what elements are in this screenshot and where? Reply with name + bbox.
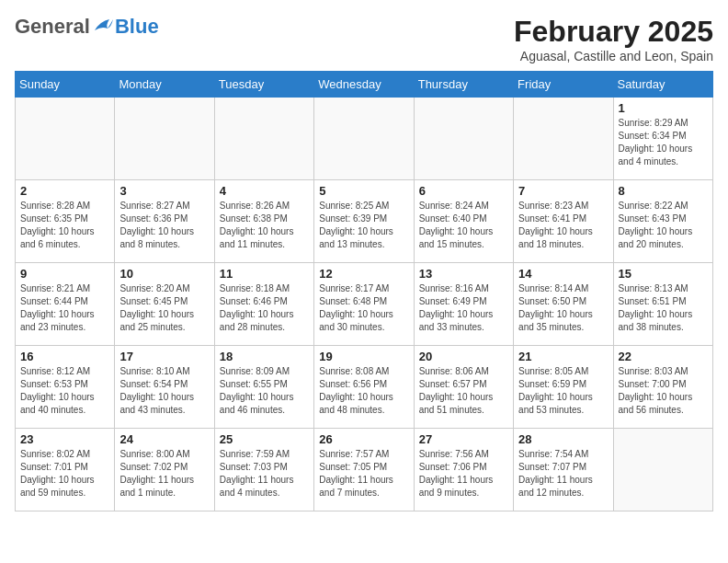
calendar-cell bbox=[115, 98, 214, 180]
calendar-cell: 23Sunrise: 8:02 AM Sunset: 7:01 PM Dayli… bbox=[16, 429, 115, 511]
calendar-cell bbox=[613, 429, 712, 511]
day-number: 27 bbox=[419, 432, 508, 446]
logo-bird-icon bbox=[93, 17, 113, 36]
calendar-week-row: 23Sunrise: 8:02 AM Sunset: 7:01 PM Dayli… bbox=[16, 429, 713, 511]
day-info: Sunrise: 8:22 AM Sunset: 6:43 PM Dayligh… bbox=[619, 200, 708, 251]
logo: General Blue bbox=[15, 15, 159, 39]
day-number: 20 bbox=[419, 350, 508, 363]
calendar-cell bbox=[214, 98, 313, 180]
day-number: 13 bbox=[419, 267, 508, 281]
day-number: 7 bbox=[518, 184, 608, 198]
day-info: Sunrise: 8:05 AM Sunset: 6:59 PM Dayligh… bbox=[518, 365, 608, 417]
day-number: 14 bbox=[518, 267, 608, 281]
day-info: Sunrise: 8:10 AM Sunset: 6:54 PM Dayligh… bbox=[119, 365, 209, 417]
day-info: Sunrise: 8:25 AM Sunset: 6:39 PM Dayligh… bbox=[319, 200, 408, 251]
day-number: 18 bbox=[220, 350, 309, 363]
calendar-cell: 5Sunrise: 8:25 AM Sunset: 6:39 PM Daylig… bbox=[314, 180, 414, 263]
calendar-cell bbox=[514, 98, 613, 180]
calendar-cell: 16Sunrise: 8:12 AM Sunset: 6:53 PM Dayli… bbox=[16, 346, 115, 429]
weekday-header: Wednesday bbox=[314, 72, 414, 98]
day-number: 19 bbox=[319, 350, 408, 363]
day-number: 2 bbox=[20, 184, 109, 198]
day-info: Sunrise: 8:03 AM Sunset: 7:00 PM Dayligh… bbox=[619, 365, 708, 417]
day-number: 26 bbox=[319, 432, 408, 446]
calendar-cell: 14Sunrise: 8:14 AM Sunset: 6:50 PM Dayli… bbox=[514, 263, 613, 346]
day-info: Sunrise: 8:29 AM Sunset: 6:34 PM Dayligh… bbox=[619, 117, 708, 168]
day-info: Sunrise: 8:02 AM Sunset: 7:01 PM Dayligh… bbox=[20, 448, 109, 500]
weekday-header: Monday bbox=[115, 72, 214, 98]
day-info: Sunrise: 8:08 AM Sunset: 6:56 PM Dayligh… bbox=[319, 365, 408, 417]
page-header: General Blue February 2025 Aguasal, Cast… bbox=[15, 15, 713, 63]
calendar-cell: 9Sunrise: 8:21 AM Sunset: 6:44 PM Daylig… bbox=[16, 263, 115, 346]
day-number: 25 bbox=[220, 432, 309, 446]
day-number: 1 bbox=[619, 101, 708, 115]
day-number: 6 bbox=[419, 184, 508, 198]
calendar-cell: 27Sunrise: 7:56 AM Sunset: 7:06 PM Dayli… bbox=[414, 429, 513, 511]
day-info: Sunrise: 8:17 AM Sunset: 6:48 PM Dayligh… bbox=[319, 282, 408, 334]
calendar-cell: 17Sunrise: 8:10 AM Sunset: 6:54 PM Dayli… bbox=[115, 346, 214, 429]
calendar-header-row: SundayMondayTuesdayWednesdayThursdayFrid… bbox=[16, 72, 713, 98]
day-info: Sunrise: 8:26 AM Sunset: 6:38 PM Dayligh… bbox=[220, 200, 309, 251]
day-info: Sunrise: 8:13 AM Sunset: 6:51 PM Dayligh… bbox=[619, 282, 708, 334]
day-info: Sunrise: 8:00 AM Sunset: 7:02 PM Dayligh… bbox=[119, 448, 209, 500]
calendar-cell: 8Sunrise: 8:22 AM Sunset: 6:43 PM Daylig… bbox=[613, 180, 712, 263]
weekday-header: Tuesday bbox=[214, 72, 313, 98]
day-number: 9 bbox=[20, 267, 109, 281]
logo-general: General bbox=[15, 15, 90, 39]
day-info: Sunrise: 8:27 AM Sunset: 6:36 PM Dayligh… bbox=[119, 200, 209, 251]
calendar-cell: 1Sunrise: 8:29 AM Sunset: 6:34 PM Daylig… bbox=[613, 98, 712, 180]
day-number: 28 bbox=[518, 432, 608, 446]
weekday-header: Thursday bbox=[414, 72, 513, 98]
day-number: 21 bbox=[518, 350, 608, 363]
calendar-cell: 24Sunrise: 8:00 AM Sunset: 7:02 PM Dayli… bbox=[115, 429, 214, 511]
day-number: 17 bbox=[119, 350, 209, 363]
calendar-cell: 4Sunrise: 8:26 AM Sunset: 6:38 PM Daylig… bbox=[214, 180, 313, 263]
calendar-week-row: 9Sunrise: 8:21 AM Sunset: 6:44 PM Daylig… bbox=[16, 263, 713, 346]
month-title: February 2025 bbox=[514, 15, 713, 49]
calendar-cell: 3Sunrise: 8:27 AM Sunset: 6:36 PM Daylig… bbox=[115, 180, 214, 263]
calendar-cell bbox=[314, 98, 414, 180]
day-number: 10 bbox=[119, 267, 209, 281]
day-info: Sunrise: 8:14 AM Sunset: 6:50 PM Dayligh… bbox=[518, 282, 608, 334]
calendar-cell: 12Sunrise: 8:17 AM Sunset: 6:48 PM Dayli… bbox=[314, 263, 414, 346]
calendar-cell: 7Sunrise: 8:23 AM Sunset: 6:41 PM Daylig… bbox=[514, 180, 613, 263]
day-number: 4 bbox=[220, 184, 309, 198]
calendar-cell: 13Sunrise: 8:16 AM Sunset: 6:49 PM Dayli… bbox=[414, 263, 513, 346]
calendar-cell: 20Sunrise: 8:06 AM Sunset: 6:57 PM Dayli… bbox=[414, 346, 513, 429]
day-number: 24 bbox=[119, 432, 209, 446]
day-number: 12 bbox=[319, 267, 408, 281]
calendar-cell: 26Sunrise: 7:57 AM Sunset: 7:05 PM Dayli… bbox=[314, 429, 414, 511]
day-info: Sunrise: 7:56 AM Sunset: 7:06 PM Dayligh… bbox=[419, 448, 508, 500]
logo-blue: Blue bbox=[115, 15, 159, 39]
calendar-cell: 22Sunrise: 8:03 AM Sunset: 7:00 PM Dayli… bbox=[613, 346, 712, 429]
calendar-week-row: 1Sunrise: 8:29 AM Sunset: 6:34 PM Daylig… bbox=[16, 98, 713, 180]
calendar-week-row: 2Sunrise: 8:28 AM Sunset: 6:35 PM Daylig… bbox=[16, 180, 713, 263]
calendar-week-row: 16Sunrise: 8:12 AM Sunset: 6:53 PM Dayli… bbox=[16, 346, 713, 429]
day-info: Sunrise: 8:06 AM Sunset: 6:57 PM Dayligh… bbox=[419, 365, 508, 417]
day-number: 8 bbox=[619, 184, 708, 198]
calendar-cell: 15Sunrise: 8:13 AM Sunset: 6:51 PM Dayli… bbox=[613, 263, 712, 346]
location-subtitle: Aguasal, Castille and Leon, Spain bbox=[514, 49, 713, 63]
day-number: 15 bbox=[619, 267, 708, 281]
calendar-cell: 11Sunrise: 8:18 AM Sunset: 6:46 PM Dayli… bbox=[214, 263, 313, 346]
day-number: 22 bbox=[619, 350, 708, 363]
calendar-cell: 19Sunrise: 8:08 AM Sunset: 6:56 PM Dayli… bbox=[314, 346, 414, 429]
day-info: Sunrise: 8:20 AM Sunset: 6:45 PM Dayligh… bbox=[119, 282, 209, 334]
day-number: 3 bbox=[119, 184, 209, 198]
day-info: Sunrise: 7:57 AM Sunset: 7:05 PM Dayligh… bbox=[319, 448, 408, 500]
day-info: Sunrise: 7:59 AM Sunset: 7:03 PM Dayligh… bbox=[220, 448, 309, 500]
day-number: 11 bbox=[220, 267, 309, 281]
day-info: Sunrise: 8:18 AM Sunset: 6:46 PM Dayligh… bbox=[220, 282, 309, 334]
day-info: Sunrise: 8:16 AM Sunset: 6:49 PM Dayligh… bbox=[419, 282, 508, 334]
day-number: 5 bbox=[319, 184, 408, 198]
calendar-cell: 2Sunrise: 8:28 AM Sunset: 6:35 PM Daylig… bbox=[16, 180, 115, 263]
day-info: Sunrise: 8:12 AM Sunset: 6:53 PM Dayligh… bbox=[20, 365, 109, 417]
day-number: 16 bbox=[20, 350, 109, 363]
day-info: Sunrise: 8:24 AM Sunset: 6:40 PM Dayligh… bbox=[419, 200, 508, 251]
calendar-cell bbox=[414, 98, 513, 180]
title-block: February 2025 Aguasal, Castille and Leon… bbox=[514, 15, 713, 63]
calendar-cell: 21Sunrise: 8:05 AM Sunset: 6:59 PM Dayli… bbox=[514, 346, 613, 429]
day-info: Sunrise: 8:09 AM Sunset: 6:55 PM Dayligh… bbox=[220, 365, 309, 417]
day-info: Sunrise: 7:54 AM Sunset: 7:07 PM Dayligh… bbox=[518, 448, 608, 500]
day-info: Sunrise: 8:23 AM Sunset: 6:41 PM Dayligh… bbox=[518, 200, 608, 251]
